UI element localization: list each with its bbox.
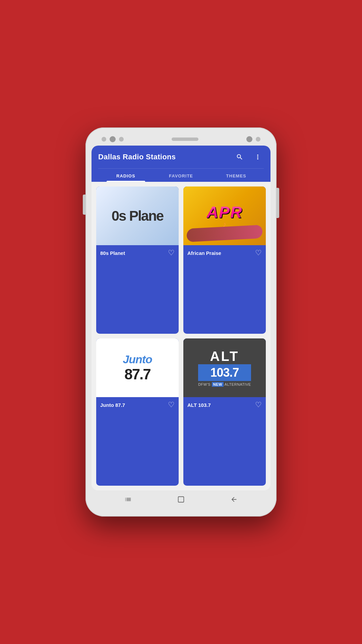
more-icon	[254, 153, 261, 161]
station-card-junto[interactable]: Junto 87.7 Junto 87.7 ♡	[96, 338, 179, 486]
camera-lens	[110, 136, 116, 142]
station-image-80s-planet: 0s Plane	[96, 186, 179, 245]
alt-freq-box: 103.7	[198, 364, 251, 381]
alt-tagline-text: DFW'S NEW ALTERNATIVE	[198, 382, 251, 386]
power-button	[277, 188, 279, 218]
phone-frame: Dallas Radio Stations	[85, 127, 277, 517]
favorite-button-african-praise[interactable]: ♡	[255, 249, 262, 257]
dot-2	[119, 137, 124, 142]
camera-area	[102, 136, 124, 142]
favorite-button-80s-planet[interactable]: ♡	[168, 249, 175, 257]
tab-radios[interactable]: RADIOS	[98, 169, 154, 182]
station-image-alt1037: ALT 103.7 DFW'S NEW ALTERNATIVE	[183, 338, 266, 397]
app-title: Dallas Radio Stations	[98, 153, 176, 161]
recent-apps-icon	[124, 496, 132, 503]
search-icon	[236, 153, 243, 161]
back-icon	[230, 496, 238, 503]
volume-button	[83, 195, 85, 215]
station-image-junto: Junto 87.7	[96, 338, 179, 397]
sensor-area	[246, 136, 260, 142]
svg-rect-0	[178, 497, 184, 502]
junto-name-text: Junto	[123, 353, 152, 366]
station-info-african-praise: African Praise ♡	[183, 245, 266, 261]
alt-logo: ALT 103.7 DFW'S NEW ALTERNATIVE	[198, 350, 251, 386]
speaker	[172, 138, 198, 141]
alt-frequency-text: 103.7	[201, 366, 248, 380]
junto-frequency-text: 87.7	[123, 366, 152, 383]
home-icon	[177, 496, 185, 503]
more-options-button[interactable]	[252, 151, 264, 163]
station-info-alt1037: ALT 103.7 ♡	[183, 397, 266, 413]
apr-logo-text: APR	[206, 203, 242, 221]
sensor-2	[256, 137, 260, 142]
station-grid: 0s Plane 80s Planet ♡ APR ♪ African P	[92, 182, 270, 490]
app-bar-title-row: Dallas Radio Stations	[98, 151, 264, 168]
phone-bottom-bar	[92, 490, 270, 511]
back-button[interactable]	[229, 494, 239, 504]
phone-top-bar	[92, 133, 270, 146]
phone-screen: Dallas Radio Stations	[92, 146, 270, 490]
station-image-african-praise: APR ♪	[183, 186, 266, 245]
app-bar-icons	[234, 151, 264, 163]
tab-themes[interactable]: THEMES	[208, 169, 264, 182]
favorite-button-junto[interactable]: ♡	[168, 400, 175, 409]
home-button[interactable]	[176, 494, 186, 504]
app-bar: Dallas Radio Stations	[92, 146, 270, 182]
80s-planet-logo-text: 0s Plane	[112, 208, 163, 224]
station-name-african-praise: African Praise	[187, 250, 221, 256]
recent-apps-button[interactable]	[123, 494, 133, 504]
favorite-button-alt1037[interactable]: ♡	[255, 400, 262, 409]
station-card-80s-planet[interactable]: 0s Plane 80s Planet ♡	[96, 186, 179, 334]
tab-favorite[interactable]: FAVORITE	[154, 169, 209, 182]
station-name-80s-planet: 80s Planet	[100, 250, 125, 256]
dot-1	[102, 137, 106, 142]
alt-name-text: ALT	[198, 350, 251, 363]
tabs: RADIOS FAVORITE THEMES	[98, 168, 264, 182]
station-name-alt1037: ALT 103.7	[187, 402, 211, 408]
search-button[interactable]	[234, 151, 246, 163]
station-card-african-praise[interactable]: APR ♪ African Praise ♡	[183, 186, 266, 334]
station-info-junto: Junto 87.7 ♡	[96, 397, 179, 413]
station-card-alt1037[interactable]: ALT 103.7 DFW'S NEW ALTERNATIVE ALT 103.…	[183, 338, 266, 486]
station-info-80s-planet: 80s Planet ♡	[96, 245, 179, 261]
junto-logo: Junto 87.7	[123, 353, 152, 383]
sensor-1	[246, 136, 252, 142]
station-name-junto: Junto 87.7	[100, 402, 125, 408]
